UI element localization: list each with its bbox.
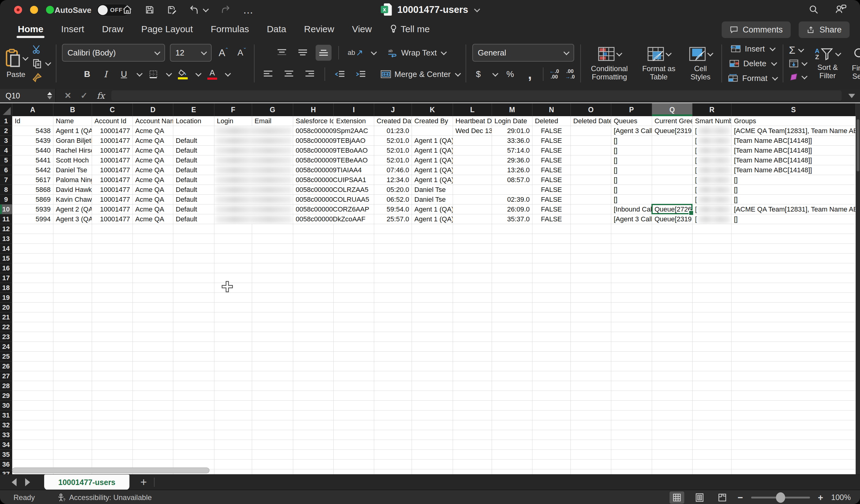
- cell-N10[interactable]: FALSE: [532, 204, 571, 214]
- cell-O37[interactable]: [571, 469, 611, 474]
- cell-H34[interactable]: [293, 440, 334, 450]
- cell-L37[interactable]: [453, 469, 492, 474]
- cell-H16[interactable]: [293, 263, 334, 273]
- cell-O15[interactable]: [571, 254, 611, 263]
- cell-H6[interactable]: 0058c000009TIAIAA4: [293, 165, 374, 175]
- cell-S17[interactable]: [731, 273, 856, 283]
- cell-O16[interactable]: [571, 263, 611, 273]
- cell-N3[interactable]: FALSE: [532, 136, 571, 146]
- cell-K18[interactable]: [412, 283, 453, 293]
- cell-A20[interactable]: [12, 303, 53, 312]
- autosum-button[interactable]: Σ: [789, 44, 807, 56]
- row-header-28[interactable]: 28: [0, 381, 12, 391]
- cell-D8[interactable]: Acme QA: [133, 185, 173, 195]
- cell-F35[interactable]: [214, 450, 252, 460]
- cell-I13[interactable]: [334, 234, 374, 244]
- cell-K28[interactable]: [412, 381, 453, 391]
- cell-G17[interactable]: [252, 273, 293, 283]
- cell-G14[interactable]: [252, 244, 293, 254]
- row-header-36[interactable]: 36: [0, 460, 12, 469]
- column-header-A[interactable]: A: [12, 103, 53, 116]
- cell-M34[interactable]: [492, 440, 532, 450]
- cell-Q2[interactable]: Queue[2319: [652, 126, 692, 136]
- cell-L26[interactable]: [453, 361, 492, 371]
- cell-K37[interactable]: [412, 469, 453, 474]
- cell-I21[interactable]: [334, 312, 374, 322]
- column-header-I[interactable]: I: [334, 103, 374, 116]
- cell-J8[interactable]: 05:20.0: [374, 185, 412, 195]
- cell-M11[interactable]: 35:37.0: [492, 214, 532, 224]
- row-header-14[interactable]: 14: [0, 244, 12, 254]
- column-header-R[interactable]: R: [692, 103, 731, 116]
- cell-M4[interactable]: 57:14.0: [492, 146, 532, 155]
- cell-J1[interactable]: Created Date: [374, 116, 412, 126]
- tab-review[interactable]: Review: [304, 24, 334, 34]
- cell-K21[interactable]: [412, 312, 453, 322]
- cell-C3[interactable]: 10001477: [92, 136, 133, 146]
- cell-A26[interactable]: [12, 361, 53, 371]
- fill-handle[interactable]: [689, 210, 694, 216]
- sort-filter-button[interactable]: AZ Sort & Filter: [812, 47, 843, 80]
- merge-center-button[interactable]: Merge & Center: [380, 70, 460, 79]
- cell-J15[interactable]: [374, 254, 412, 263]
- cell-L3[interactable]: [453, 136, 492, 146]
- cell-G1[interactable]: Email: [252, 116, 293, 126]
- cell-S5[interactable]: [Team Name ABC[14148]]: [731, 155, 856, 165]
- cell-L23[interactable]: [453, 332, 492, 342]
- cell-N32[interactable]: [532, 420, 571, 430]
- number-format-select[interactable]: General: [472, 44, 574, 62]
- cell-K17[interactable]: [412, 273, 453, 283]
- cell-Q11[interactable]: Queue[2319: [652, 214, 692, 224]
- cell-K6[interactable]: Agent 1 (QA): [412, 165, 453, 175]
- cell-I16[interactable]: [334, 263, 374, 273]
- cell-Q19[interactable]: [652, 293, 692, 303]
- insert-function-button[interactable]: fx: [97, 91, 104, 101]
- cell-L33[interactable]: [453, 430, 492, 440]
- cell-R28[interactable]: [692, 381, 731, 391]
- cell-C6[interactable]: 10001477: [92, 165, 133, 175]
- cell-F15[interactable]: [214, 254, 252, 263]
- cell-E26[interactable]: [173, 361, 214, 371]
- cell-R6-smart-numbers-redacted[interactable]: [: [692, 165, 731, 175]
- cell-Q27[interactable]: [652, 371, 692, 381]
- column-header-K[interactable]: K: [412, 103, 453, 116]
- cell-M15[interactable]: [492, 254, 532, 263]
- cell-F9-login-email-redacted[interactable]: [214, 195, 293, 204]
- cell-M13[interactable]: [492, 234, 532, 244]
- cell-A12[interactable]: [12, 224, 53, 234]
- cell-I37[interactable]: [334, 469, 374, 474]
- cell-P21[interactable]: [611, 312, 652, 322]
- cell-O3[interactable]: [571, 136, 611, 146]
- column-header-O[interactable]: O: [571, 103, 611, 116]
- cell-R4-smart-numbers-redacted[interactable]: [: [692, 146, 731, 155]
- cell-I1[interactable]: Extension: [334, 116, 374, 126]
- cell-D3[interactable]: Acme QA: [133, 136, 173, 146]
- cell-J31[interactable]: [374, 411, 412, 420]
- cell-I17[interactable]: [334, 273, 374, 283]
- vertical-scrollbar-thumb[interactable]: [857, 119, 859, 171]
- row-header-19[interactable]: 19: [0, 293, 12, 303]
- cell-K31[interactable]: [412, 411, 453, 420]
- cell-J4[interactable]: 52:01.0: [374, 146, 412, 155]
- cell-D7[interactable]: Acme QA: [133, 175, 173, 185]
- cell-F16[interactable]: [214, 263, 252, 273]
- cell-J25[interactable]: [374, 351, 412, 361]
- cell-E12[interactable]: [173, 224, 214, 234]
- cell-C14[interactable]: [92, 244, 133, 254]
- cell-A2[interactable]: 5438: [12, 126, 53, 136]
- cell-P23[interactable]: [611, 332, 652, 342]
- cell-L15[interactable]: [453, 254, 492, 263]
- cell-P2[interactable]: [Agent 3 Call: [611, 126, 652, 136]
- cell-P22[interactable]: [611, 322, 652, 332]
- cell-J22[interactable]: [374, 322, 412, 332]
- cell-F37[interactable]: [214, 469, 252, 474]
- cell-E2[interactable]: [173, 126, 214, 136]
- cell-N6[interactable]: FALSE: [532, 165, 571, 175]
- cell-C13[interactable]: [92, 234, 133, 244]
- cell-H30[interactable]: [293, 401, 334, 411]
- cell-L6[interactable]: [453, 165, 492, 175]
- cell-D2[interactable]: Acme QA: [133, 126, 173, 136]
- cell-J29[interactable]: [374, 391, 412, 401]
- cell-P13[interactable]: [611, 234, 652, 244]
- cell-F5-login-email-redacted[interactable]: [214, 155, 293, 165]
